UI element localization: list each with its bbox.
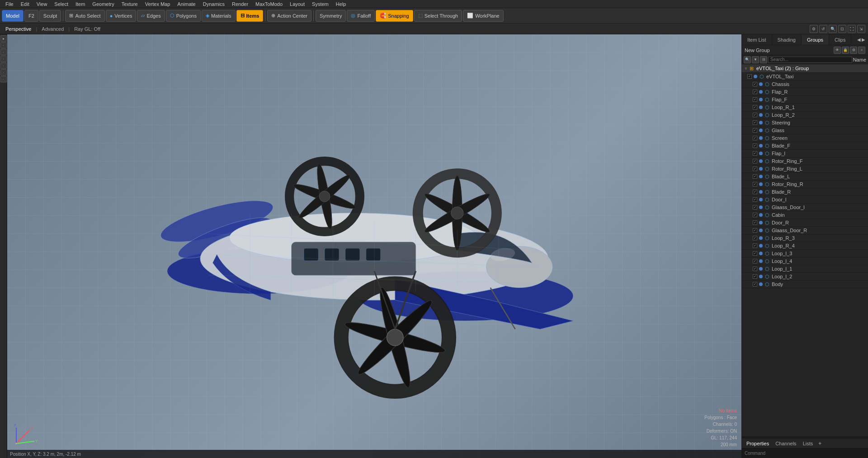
tree-item[interactable]: ✓⬡Loop_R_4 [742, 242, 868, 250]
left-btn-5[interactable]: · [0, 62, 7, 69]
tree-item[interactable]: ✓⬡Door_R [742, 219, 868, 227]
viewport-reset-btn[interactable]: ↺ [819, 25, 827, 33]
tree-item[interactable]: ✓⬡Loop_l_2 [742, 273, 868, 281]
tree-item-checkbox[interactable]: ✓ [753, 259, 757, 263]
tree-item[interactable]: ✓⬡Cabin [742, 211, 868, 219]
menu-edit[interactable]: Edit [17, 0, 33, 8]
rpanel-expand[interactable]: ◀ ▶ [854, 37, 868, 42]
search-icon-btn[interactable]: 🔍 [744, 56, 751, 63]
mode-f2-btn[interactable]: F2 [24, 10, 38, 22]
materials-btn[interactable]: ◈ Materials [202, 10, 236, 22]
menu-texture[interactable]: Texture [118, 0, 142, 8]
tree-item-checkbox[interactable]: ✓ [753, 267, 757, 271]
command-input[interactable] [745, 451, 865, 456]
tree-item-checkbox[interactable]: ✓ [753, 105, 757, 110]
tree-item-checkbox[interactable]: ✓ [753, 251, 757, 256]
left-btn-7[interactable]: · [0, 76, 7, 82]
bp-tab-channels[interactable]: Channels [774, 441, 798, 446]
tree-item[interactable]: ✓⬡Rotor_Ring_L [742, 165, 868, 173]
tree-item-checkbox[interactable]: ✓ [753, 182, 757, 186]
tree-item[interactable]: ✓⬡Loop_R_2 [742, 111, 868, 119]
mode-model-btn[interactable]: Model [2, 10, 24, 22]
menu-file[interactable]: File [2, 0, 17, 8]
left-btn-1[interactable]: ▸ [0, 35, 7, 42]
tree-item-checkbox[interactable]: ✓ [753, 197, 757, 202]
tree-item-checkbox[interactable]: ✓ [753, 213, 757, 217]
viewport-collapse-btn[interactable]: ⇲ [857, 25, 865, 33]
tree-item[interactable]: ✓⬡Body [742, 281, 868, 288]
workplane-btn[interactable]: ⬜ WorkPlane [463, 10, 504, 22]
ng-lock-btn[interactable]: 🔒 [842, 47, 849, 54]
falloff-btn[interactable]: ◎ Falloff [347, 10, 375, 22]
tree-item[interactable]: ✓⬡Loop_l_3 [742, 250, 868, 258]
action-center-btn[interactable]: ⊕ Action Center [267, 10, 311, 22]
viewport-zoom-btn[interactable]: 🔍 [829, 25, 837, 33]
menu-animate[interactable]: Animate [174, 0, 199, 8]
menu-select[interactable]: Select [51, 0, 72, 8]
vertices-btn[interactable]: ● Vertices [106, 10, 137, 22]
polygons-btn[interactable]: ⬡ Polygons [166, 10, 201, 22]
tree-item[interactable]: ✓⬡Screen [742, 134, 868, 142]
tree-item-checkbox[interactable]: ✓ [747, 74, 752, 79]
ng-add-btn[interactable]: + [858, 47, 865, 54]
tab-clips[interactable]: Clips [829, 34, 851, 45]
tree-item[interactable]: ✓⬡Loop_R_3 [742, 234, 868, 242]
tree-item[interactable]: ✓⬡Rotor_Ring_R [742, 181, 868, 188]
scene-tree[interactable]: ▼ ⊞ eVTOL_Taxi (2) : Group ✓⬡eVTOL_Taxi✓… [742, 64, 868, 436]
left-btn-3[interactable]: · [0, 49, 7, 55]
tree-item-checkbox[interactable]: ✓ [753, 143, 757, 148]
tree-item[interactable]: ✓⬡eVTOL_Taxi [742, 73, 868, 81]
tree-item-checkbox[interactable]: ✓ [753, 113, 757, 117]
items-btn[interactable]: ⊟ Items [236, 10, 264, 22]
viewport[interactable]: X Y Z No Items Polygons : Face Channels:… [7, 34, 741, 458]
tree-item[interactable]: ✓⬡Loop_R_1 [742, 104, 868, 111]
tree-item[interactable]: ✓⬡Rotor_Ring_F [742, 157, 868, 165]
tree-item-checkbox[interactable]: ✓ [753, 174, 757, 179]
tree-item-checkbox[interactable]: ✓ [753, 97, 757, 102]
menu-help[interactable]: Help [332, 0, 350, 8]
tree-item-checkbox[interactable]: ✓ [753, 151, 757, 156]
filter-icon-btn[interactable]: ▼ [752, 56, 759, 63]
tree-item[interactable]: ✓⬡Flap_F [742, 96, 868, 104]
tree-item-checkbox[interactable]: ✓ [753, 128, 757, 133]
tree-item[interactable]: ✓⬡Loop_l_1 [742, 265, 868, 273]
tree-item-checkbox[interactable]: ✓ [753, 228, 757, 233]
select-through-btn[interactable]: ⬚ Select Through [414, 10, 462, 22]
advanced-label[interactable]: Advanced [39, 24, 66, 34]
ng-eye-btn[interactable]: 👁 [834, 47, 841, 54]
menu-system[interactable]: System [308, 0, 332, 8]
tree-item[interactable]: ✓⬡Flap_R [742, 88, 868, 96]
tree-item[interactable]: ✓⬡Door_l [742, 196, 868, 204]
tree-item[interactable]: ✓⬡Blade_F [742, 142, 868, 150]
tree-item-checkbox[interactable]: ✓ [753, 274, 757, 279]
search-input[interactable] [768, 57, 852, 63]
auto-select-btn[interactable]: ⊞ Auto Select [65, 10, 104, 22]
raygl-label[interactable]: Ray GL: Off [71, 24, 103, 34]
tree-item-checkbox[interactable]: ✓ [753, 167, 757, 171]
bp-tab-lists[interactable]: Lists [801, 441, 815, 446]
tree-item-checkbox[interactable]: ✓ [753, 82, 757, 86]
tree-item-checkbox[interactable]: ✓ [753, 236, 757, 240]
perspective-label[interactable]: Perspective [3, 24, 34, 34]
tree-item-checkbox[interactable]: ✓ [753, 90, 757, 94]
tree-item[interactable]: ✓⬡Flap_l [742, 150, 868, 157]
left-btn-2[interactable]: · [0, 42, 7, 48]
viewport-expand-btn[interactable]: ⛶ [848, 25, 856, 33]
viewport-settings-btn[interactable]: ⚙ [810, 25, 818, 33]
tree-item[interactable]: ✓⬡Blade_R [742, 188, 868, 196]
collapse-all-btn[interactable]: ⊟ [760, 56, 767, 63]
left-btn-6[interactable]: · [0, 69, 7, 76]
bp-add-btn[interactable]: + [818, 440, 821, 447]
tree-item-checkbox[interactable]: ✓ [753, 220, 757, 225]
mode-sculpt-btn[interactable]: Sculpt [39, 10, 61, 22]
menu-maxtomodo[interactable]: MaxToModo [252, 0, 286, 8]
left-btn-4[interactable]: · [0, 56, 7, 62]
tree-item-checkbox[interactable]: ✓ [753, 282, 757, 286]
tab-groups[interactable]: Groups [802, 34, 829, 45]
snapping-btn[interactable]: 🧲 Snapping [376, 10, 413, 22]
tree-item-checkbox[interactable]: ✓ [753, 190, 757, 194]
menu-geometry[interactable]: Geometry [89, 0, 118, 8]
tree-item-checkbox[interactable]: ✓ [753, 205, 757, 210]
ng-settings-btn[interactable]: ⚙ [850, 47, 857, 54]
tree-item[interactable]: ✓⬡Glaass_Door_R [742, 227, 868, 234]
